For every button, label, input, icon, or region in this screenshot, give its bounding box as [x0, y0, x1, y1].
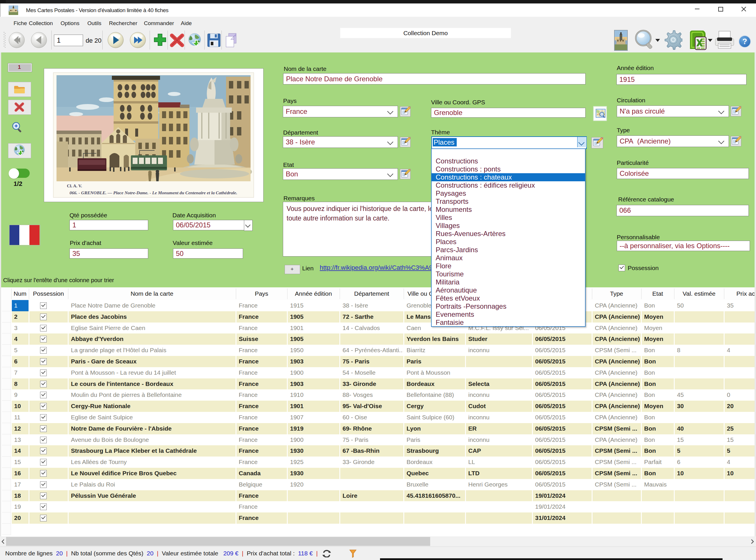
- svg-text:066. - GRENOBLE. — Place Notre: 066. - GRENOBLE. — Place Notre-Dame. - L…: [70, 190, 237, 195]
- svg-text:?: ?: [742, 37, 747, 46]
- svg-text:Cl. A. V.: Cl. A. V.: [67, 184, 82, 188]
